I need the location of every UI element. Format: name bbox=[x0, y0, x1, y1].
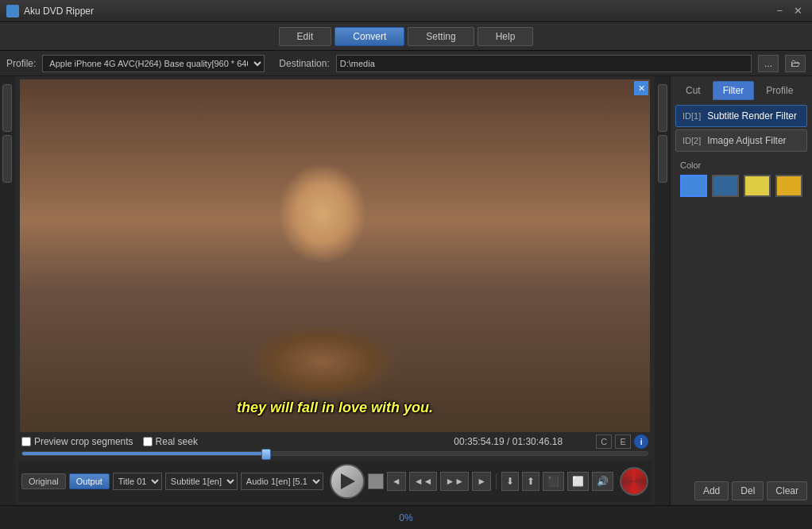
e-button[interactable]: E bbox=[615, 434, 631, 449]
left-handle-bottom[interactable] bbox=[2, 135, 12, 183]
profile-select[interactable]: Apple iPhone 4G AVC(H264) Base quality[9… bbox=[42, 55, 265, 72]
color-swatches bbox=[680, 175, 802, 197]
timecode-display: 00:35:54.19 / 01:30:46.18 bbox=[454, 436, 563, 447]
ctrl-icons: C E i bbox=[596, 434, 648, 449]
menu-setting[interactable]: Setting bbox=[408, 27, 474, 46]
profilebar: Profile: Apple iPhone 4G AVC(H264) Base … bbox=[0, 51, 812, 76]
preview-crop-label: Preview crop segments bbox=[34, 436, 133, 447]
app-title: Aku DVD Ripper bbox=[24, 6, 773, 17]
pb-separator bbox=[496, 473, 497, 489]
main-area: ✕ they will fall in love with you. Previ… bbox=[0, 76, 812, 505]
original-button[interactable]: Original bbox=[21, 473, 66, 489]
ff-button[interactable]: ►► bbox=[440, 472, 469, 491]
app-icon bbox=[6, 5, 19, 17]
video-visual-person bbox=[20, 79, 650, 432]
panel-content: ID[1] Subtitle Render Filter ID[2] Image… bbox=[671, 100, 812, 477]
browse-dots-button[interactable]: ... bbox=[758, 55, 779, 72]
play-icon bbox=[341, 473, 355, 489]
progress-percent: 0% bbox=[399, 512, 412, 523]
swatch-4[interactable] bbox=[775, 175, 802, 197]
controls-area: Preview crop segments Real seek 00:35:54… bbox=[18, 432, 652, 461]
info-button[interactable]: i bbox=[634, 434, 648, 449]
minimize-button[interactable]: − bbox=[773, 5, 786, 17]
right-panel: Cut Filter Profile ID[1] Subtitle Render… bbox=[670, 76, 812, 505]
tab-cut[interactable]: Cut bbox=[675, 81, 711, 100]
filter-item-2[interactable]: ID[2] Image Adjust Filter bbox=[675, 129, 807, 152]
subtitle-select[interactable]: Subtitle 1[en] bbox=[165, 473, 238, 490]
panel-buttons: Add Del Clear bbox=[671, 477, 812, 505]
clip-button[interactable]: ⬛ bbox=[543, 472, 564, 491]
menubar: Edit Convert Setting Help bbox=[0, 22, 812, 51]
color-section: Color bbox=[675, 154, 807, 203]
rewind-button[interactable]: ◄◄ bbox=[409, 472, 438, 491]
seekbar-thumb[interactable] bbox=[261, 449, 271, 460]
add-button[interactable]: Add bbox=[694, 481, 729, 500]
tab-filter[interactable]: Filter bbox=[713, 81, 755, 100]
profile-label: Profile: bbox=[6, 58, 36, 69]
volume-button[interactable]: 🔊 bbox=[592, 472, 613, 491]
real-seek-checkbox-item: Real seek bbox=[143, 436, 198, 447]
video-frame: they will fall in love with you. bbox=[20, 79, 650, 432]
right-handle-bottom[interactable] bbox=[658, 135, 667, 183]
color-label: Color bbox=[680, 160, 802, 170]
next-frame-button[interactable]: ► bbox=[472, 472, 491, 491]
menu-edit[interactable]: Edit bbox=[279, 27, 332, 46]
filter-item-1[interactable]: ID[1] Subtitle Render Filter bbox=[675, 105, 807, 127]
seekbar[interactable] bbox=[21, 451, 648, 456]
clear-button[interactable]: Clear bbox=[767, 481, 807, 500]
playback-row: Original Output Title 01 Subtitle 1[en] … bbox=[18, 461, 652, 502]
stop-button[interactable] bbox=[368, 473, 384, 489]
real-seek-label: Real seek bbox=[156, 436, 198, 447]
browse-folder-button[interactable]: 🗁 bbox=[785, 55, 806, 72]
seekbar-container bbox=[21, 451, 648, 456]
checkbox-row: Preview crop segments Real seek 00:35:54… bbox=[21, 434, 648, 449]
bottom-bar: 0% bbox=[0, 505, 812, 529]
menu-convert[interactable]: Convert bbox=[334, 27, 404, 46]
filter-name-2: Image Adjust Filter bbox=[707, 135, 786, 146]
swatch-3[interactable] bbox=[744, 175, 771, 197]
close-button[interactable]: ✕ bbox=[791, 5, 806, 17]
destination-input[interactable] bbox=[336, 55, 752, 72]
right-handle-top[interactable] bbox=[658, 84, 667, 132]
video-area: ✕ they will fall in love with you. Previ… bbox=[15, 76, 655, 505]
left-handle-top[interactable] bbox=[2, 84, 12, 132]
video-container: ✕ they will fall in love with you. bbox=[20, 79, 650, 432]
preview-crop-checkbox[interactable] bbox=[21, 437, 31, 446]
swatch-2[interactable] bbox=[712, 175, 739, 197]
snapshot-button[interactable]: ⬜ bbox=[567, 472, 589, 491]
tab-profile[interactable]: Profile bbox=[756, 81, 803, 100]
preview-crop-checkbox-item: Preview crop segments bbox=[21, 436, 133, 447]
volume-dial[interactable] bbox=[620, 467, 648, 496]
filter-id-2: ID[2] bbox=[682, 136, 701, 145]
filter-name-1: Subtitle Render Filter bbox=[707, 110, 797, 122]
menu-help[interactable]: Help bbox=[478, 27, 534, 46]
c-button[interactable]: C bbox=[596, 434, 612, 449]
panel-tabs: Cut Filter Profile bbox=[671, 76, 812, 100]
video-subtitle: they will fall in love with you. bbox=[20, 400, 650, 416]
title-select[interactable]: Title 01 bbox=[113, 473, 162, 490]
output-button[interactable]: Output bbox=[69, 473, 110, 489]
audio-select[interactable]: Audio 1[en] [5.1 bbox=[241, 473, 323, 490]
del-button[interactable]: Del bbox=[732, 481, 764, 500]
prev-frame-button[interactable]: ◄ bbox=[387, 472, 406, 491]
real-seek-checkbox[interactable] bbox=[143, 437, 153, 446]
video-close-button[interactable]: ✕ bbox=[634, 81, 648, 95]
left-strip bbox=[0, 76, 15, 505]
titlebar: Aku DVD Ripper − ✕ bbox=[0, 0, 812, 22]
window-controls: − ✕ bbox=[773, 5, 806, 17]
swatch-1[interactable] bbox=[680, 175, 707, 197]
mark-out-button[interactable]: ⬆ bbox=[522, 472, 539, 491]
play-button[interactable] bbox=[330, 464, 365, 499]
right-strip bbox=[655, 76, 670, 505]
mark-in-button[interactable]: ⬇ bbox=[501, 472, 519, 491]
filter-id-1: ID[1] bbox=[682, 111, 701, 121]
destination-label: Destination: bbox=[279, 58, 329, 69]
